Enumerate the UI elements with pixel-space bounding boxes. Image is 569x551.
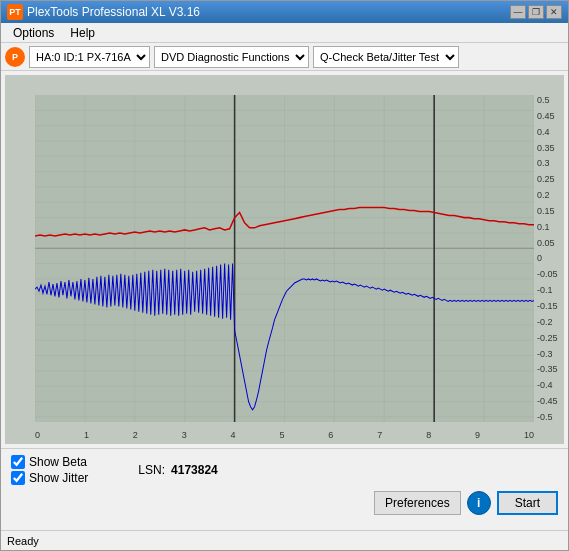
menu-help[interactable]: Help — [62, 24, 103, 42]
status-bar: Ready — [1, 530, 568, 550]
buttons-row: Preferences i Start — [1, 487, 568, 519]
info-button[interactable]: i — [467, 491, 491, 515]
device-icon: P — [5, 47, 25, 67]
toolbar: P HA:0 ID:1 PX-716A DVD Diagnostic Funct… — [1, 43, 568, 71]
title-bar: PT PlexTools Professional XL V3.16 — ❐ ✕ — [1, 1, 568, 23]
close-button[interactable]: ✕ — [546, 5, 562, 19]
status-text: Ready — [7, 535, 39, 547]
x-axis-labels: 0 1 2 3 4 5 6 7 8 9 10 — [35, 430, 534, 440]
minimize-button[interactable]: — — [510, 5, 526, 19]
show-beta-label: Show Beta — [29, 455, 87, 469]
window-title: PlexTools Professional XL V3.16 — [27, 5, 510, 19]
test-select[interactable]: Q-Check Beta/Jitter Test — [313, 46, 459, 68]
app-icon: PT — [7, 4, 23, 20]
menu-bar: Options Help — [1, 23, 568, 43]
lsn-label: LSN: — [138, 463, 165, 477]
y-axis-right: 0.5 0.45 0.4 0.35 0.3 0.25 0.2 0.15 0.1 … — [534, 95, 564, 422]
show-beta-checkbox-item: Show Beta — [11, 455, 88, 469]
preferences-button[interactable]: Preferences — [374, 491, 461, 515]
window-controls: — ❐ ✕ — [510, 5, 562, 19]
show-jitter-checkbox[interactable] — [11, 471, 25, 485]
device-select[interactable]: HA:0 ID:1 PX-716A — [29, 46, 150, 68]
show-jitter-checkbox-item: Show Jitter — [11, 471, 88, 485]
chart-area: High Low 0.5 0.45 0.4 0.35 0.3 0.25 0.2 … — [5, 75, 564, 444]
lsn-value: 4173824 — [171, 463, 218, 477]
chart-svg — [35, 95, 534, 422]
main-window: PT PlexTools Professional XL V3.16 — ❐ ✕… — [0, 0, 569, 551]
show-jitter-label: Show Jitter — [29, 471, 88, 485]
checkbox-group: Show Beta Show Jitter — [11, 455, 88, 485]
lsn-area: LSN: 4173824 — [138, 463, 217, 477]
menu-options[interactable]: Options — [5, 24, 62, 42]
function-select[interactable]: DVD Diagnostic Functions — [154, 46, 309, 68]
show-beta-checkbox[interactable] — [11, 455, 25, 469]
start-button[interactable]: Start — [497, 491, 558, 515]
bottom-panel: Show Beta Show Jitter LSN: 4173824 Prefe… — [1, 448, 568, 530]
restore-button[interactable]: ❐ — [528, 5, 544, 19]
